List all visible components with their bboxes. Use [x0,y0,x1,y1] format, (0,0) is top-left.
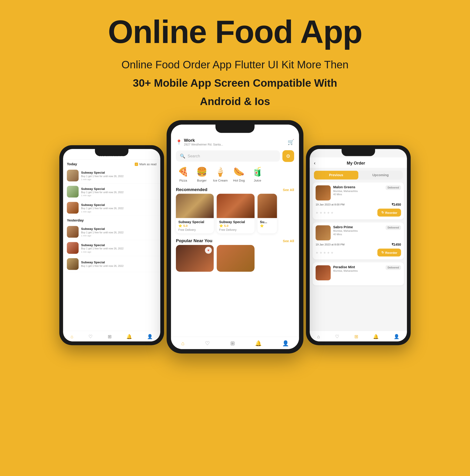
phone-right: ‹ My Order Previous Upcoming Malon Gree [306,145,411,345]
see-all-popular[interactable]: See All [283,239,294,243]
order-date-2: 19 Jan 2023 at 8:00 PM [315,243,344,246]
star-icon-3: ⭐ [260,224,264,228]
cat-pizza[interactable]: 🍕 Pizza [176,167,191,182]
location-address: 2927 Westheimer Rd. Santa... [184,143,223,146]
order-thumb-1 [315,186,331,201]
search-box[interactable]: 🔍 Search [176,150,280,162]
nav-orders-icon-c[interactable]: ⊞ [230,340,235,347]
pop-card-bg-2 [217,245,254,272]
notif-thumb-6 [67,258,78,270]
notif-item-6[interactable]: Subway Special Buy 1 get 1 free for unti… [63,256,160,272]
location-bar: 📍 Work 2927 Westheimer Rd. Santa... 🛒 [171,134,299,148]
nav-profile-icon-r[interactable]: 👤 [394,334,399,339]
filter-button[interactable]: ⚙ [282,150,294,162]
subtitle-compat: Compatible With [253,77,337,89]
subtitle-bold: 30+ Mobile App Screen [133,77,250,89]
mark-read-btn[interactable]: ✓ Mark as read [135,163,156,166]
nav-home-icon[interactable]: ⌂ [71,334,73,339]
star2[interactable]: ★ [320,211,323,215]
order-restaurant-2: Sabro Prime [333,225,383,229]
nav-heart-icon-r[interactable]: ♡ [335,334,339,339]
notif-item-5[interactable]: Subway Special Buy 1 get 1 free for unti… [63,240,160,256]
star2-2[interactable]: ★ [320,251,323,255]
pop-card-2[interactable] [217,245,254,272]
search-row: 🔍 Search ⚙ [171,148,299,164]
cat-burger[interactable]: 🍔 Burger [195,167,209,182]
notch-right [342,149,375,156]
notif-thumb-2 [67,186,78,197]
popular-row: ♥ [171,245,299,272]
order-header: ‹ My Order [310,157,407,168]
nav-profile-icon-c[interactable]: 👤 [282,340,289,347]
star3[interactable]: ★ [323,211,326,215]
notif-thumb-4 [67,226,78,238]
tab-upcoming[interactable]: Upcoming [358,171,403,180]
cart-icon[interactable]: 🛒 [288,139,294,145]
star5[interactable]: ★ [331,211,334,215]
order-time-2: 40 Mins [333,233,383,236]
order-location-1: Mumbai, Maharashtra [333,190,383,193]
order-location-3: Mumbai, Maharashtra [333,269,383,272]
star2-4[interactable]: ★ [327,251,330,255]
right-nav-bar: ⌂ ♡ ⊞ 🔔 👤 [310,331,407,341]
nav-bell-icon[interactable]: 🔔 [126,334,132,339]
search-placeholder: Search [188,154,200,158]
nav-home-icon-c[interactable]: ⌂ [181,340,184,347]
recommended-header: Recommended See All [171,185,299,194]
cat-juice[interactable]: 🧃 Juice [250,167,265,182]
notif-text-5: Subway Special Buy 1 get 1 free for unti… [81,243,157,253]
recommended-title: Recommended [176,187,207,192]
rec-card-1[interactable]: Subway Special ⭐ 5.0 Free Delivery [176,194,214,233]
cat-hotdog[interactable]: 🌭 Hot Dog [232,167,246,182]
notif-item-2[interactable]: Subway Special Buy 1 get 1 free for unti… [63,184,160,200]
burger-icon: 🍔 [196,167,207,177]
order-card-3: Peradise Mint Mumbai, Maharashtra Delive… [313,262,404,285]
star1[interactable]: ★ [315,211,319,215]
nav-heart-icon[interactable]: ♡ [89,334,93,339]
cat-icecream[interactable]: 🍦 Ice Cream [213,167,228,182]
tab-previous[interactable]: Previous [314,171,358,180]
rec-card-3[interactable]: Su... ⭐ [258,194,277,233]
nav-orders-icon-r[interactable]: ⊞ [354,334,358,339]
page-title: Online Food App [108,14,362,50]
order-restaurant-1: Malon Greens [333,186,383,189]
pizza-icon: 🍕 [178,167,189,177]
left-nav-bar: ⌂ ♡ ⊞ 🔔 👤 [63,331,160,341]
order-tabs: Previous Upcoming [314,171,403,180]
notif-item-4[interactable]: Subway Special Buy 1 get 1 free for unti… [63,224,160,240]
order-card-2: Sabro Prime Mumbai, Maharashtra 40 Mins … [313,222,404,259]
nav-bell-icon-r[interactable]: 🔔 [373,334,379,339]
rating-stars-1: ★ ★ ★ ★ ★ [315,211,333,215]
notif-text-1: Subway Special Buy 1 get 1 free for unti… [81,170,157,180]
subtitle-line3: Android & Ios [200,93,270,109]
check-icon: ✓ [135,163,138,166]
order-title: My Order [319,161,393,166]
order-price-2: ₹1450 [392,242,401,246]
location-pin-icon: 📍 [176,139,182,145]
notif-item-3[interactable]: Subway Special Buy 1 get 1 free for unti… [63,200,160,216]
heart-btn-1[interactable]: ♥ [205,247,212,254]
star2-1[interactable]: ★ [315,251,319,255]
order-price-1: ₹1450 [392,203,401,206]
nav-orders-icon[interactable]: ⊞ [108,334,111,339]
back-button[interactable]: ‹ [314,160,315,166]
reorder-button-2[interactable]: ↻ Reorder [377,248,401,256]
star4[interactable]: ★ [327,211,330,215]
nav-home-icon-r[interactable]: ⌂ [317,334,320,339]
location-name[interactable]: Work [184,138,223,143]
rec-card-img-3 [258,194,277,218]
star-icon-1: ⭐ [178,224,182,228]
star2-3[interactable]: ★ [323,251,326,255]
pop-card-1[interactable]: ♥ [176,245,214,272]
categories-row: 🍕 Pizza 🍔 Burger 🍦 Ice Cream 🌭 Hot Dog [171,164,299,185]
subtitle-line2: 30+ Mobile App Screen Compatible With [133,75,337,91]
nav-profile-icon[interactable]: 👤 [147,334,153,339]
see-all-recommended[interactable]: See All [283,187,294,191]
reorder-button-1[interactable]: ↻ Reorder [377,209,401,217]
nav-heart-icon-c[interactable]: ♡ [205,340,210,347]
rec-card-2[interactable]: Subway Special ⭐ 5.0 Free Delivery [217,194,254,233]
star2-5[interactable]: ★ [331,251,334,255]
notif-item-1[interactable]: Subway Special Buy 1 get 1 free for unti… [63,168,160,184]
order-restaurant-3: Peradise Mint [333,265,383,269]
nav-bell-icon-c[interactable]: 🔔 [255,340,262,347]
